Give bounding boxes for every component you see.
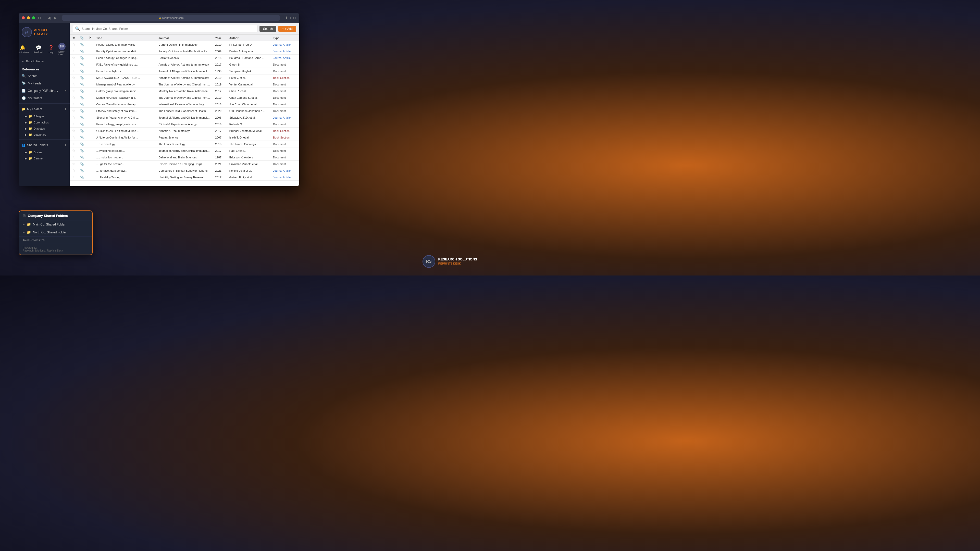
add-folder-btn[interactable]: + (64, 107, 67, 111)
star-cell[interactable]: ☆ (70, 148, 78, 154)
traffic-light-green[interactable] (32, 16, 35, 19)
sidebar-item-company-pdf[interactable]: 📄 Company PDF Library ▾ (19, 87, 70, 94)
table-row[interactable]: ☆ 📎 M316 ACQUIRED PEANUT SEN... Annals o… (70, 75, 299, 81)
star-cell[interactable]: ☆ (70, 134, 78, 141)
pdf-icon: 📄 (22, 89, 26, 93)
search-input-wrapper[interactable]: 🔍 (73, 25, 258, 32)
table-row[interactable]: ☆ 📎 Managing Cross-Reactivity in T... Th… (70, 94, 299, 101)
search-button[interactable]: Search (259, 26, 276, 32)
table-row[interactable]: ☆ 📎 ...ugs for the treatme... Expert Opi… (70, 161, 299, 167)
table-row[interactable]: ☆ 📎 Management of Peanut Allergy The Jou… (70, 81, 299, 88)
title-cell: Efficacy and safety of oral imm... (94, 108, 156, 114)
star-cell[interactable]: ☆ (70, 127, 78, 134)
my-folders-header[interactable]: 📁 My Folders + (19, 105, 70, 113)
table-row[interactable]: ☆ 📎 ...c induction proble... Behavioral … (70, 154, 299, 161)
shared-folders-header[interactable]: 👥 Shared Folders + (19, 141, 70, 149)
table-row[interactable]: ☆ 📎 Peanut allergy and anaphylaxis Curre… (70, 41, 299, 48)
star-cell[interactable]: ☆ (70, 94, 78, 101)
star-cell[interactable]: ☆ (70, 41, 78, 48)
star-cell[interactable]: ☆ (70, 121, 78, 127)
back-to-home-link[interactable]: ← Back to Home (19, 57, 70, 65)
table-row[interactable]: ☆ 📎 Peanut Allergy: Changes in Dog... Pe… (70, 55, 299, 61)
journal-cell: Computers in Human Behavior Reports (156, 167, 213, 174)
table-row[interactable]: ☆ 📎 A Note on Combining Ability for ... … (70, 134, 299, 141)
star-cell[interactable]: ☆ (70, 114, 78, 121)
popup-folder-north[interactable]: ▶ 📁 North Co. Shared Folder (19, 228, 92, 236)
new-tab-btn[interactable]: + (290, 16, 292, 20)
star-cell[interactable]: ☆ (70, 108, 78, 114)
title-cell: ...n in oncology (94, 141, 156, 148)
paperclip-icon: 📎 (80, 63, 84, 66)
sidebar-divider-2 (19, 139, 70, 140)
table-row[interactable]: ☆ 📎 Faculty Opinions recommendatio... Fa… (70, 48, 299, 55)
flag-cell (86, 41, 94, 48)
feedback-btn[interactable]: 💬 Feedback (33, 45, 44, 54)
star-cell[interactable]: ☆ (70, 167, 78, 174)
star-cell[interactable]: ☆ (70, 141, 78, 148)
star-cell[interactable]: ☆ (70, 154, 78, 161)
title-cell: M316 ACQUIRED PEANUT SEN... (94, 75, 156, 81)
user-menu-btn[interactable]: DU Demo User (59, 43, 65, 56)
type-cell: Document (271, 121, 299, 127)
forward-btn[interactable]: ▶ (53, 15, 58, 21)
sidebar-toggle-btn[interactable]: ⊟ (37, 15, 42, 21)
sidebar-folder-veterinary[interactable]: ▶ 📁 Veterinary (19, 132, 70, 138)
sidebar-folder-canine[interactable]: ▶ 📁 Canine (19, 156, 70, 162)
star-cell[interactable]: ☆ (70, 88, 78, 94)
table-row[interactable]: ☆ 📎 Galaxy group around giant radio... M… (70, 88, 299, 94)
table-row[interactable]: ☆ 📎 Silencing Peanut Allergy: A Chin... … (70, 114, 299, 121)
sidebar-folder-allergies[interactable]: ▶ 📁 Allergies (19, 113, 70, 119)
search-input[interactable] (82, 27, 255, 30)
sidebar-folder-bovine[interactable]: ▶ 📁 Bovine (19, 149, 70, 156)
add-button[interactable]: + + Add (278, 26, 296, 32)
company-shared-folders-popup: ⊞ Company Shared Folders ▶ 📁 Main Co. Sh… (19, 210, 92, 255)
author-cell: Chen R. et al. (228, 88, 271, 94)
table-row[interactable]: ☆ 📎 ...nterface, dark behavi... Computer… (70, 167, 299, 174)
table-row[interactable]: ☆ 📎 ...n in oncology The Lancet Oncology… (70, 141, 299, 148)
star-cell[interactable]: ☆ (70, 161, 78, 167)
sidebar-folder-coronavirus[interactable]: ▶ 📁 Coronavirus (19, 119, 70, 125)
help-btn[interactable]: ❓ Help (48, 45, 54, 54)
table-row[interactable]: ☆ 📎 Peanut allergy, anaphylaxis, adr... … (70, 121, 299, 127)
popup-total-records: Total Records: 26 (19, 236, 92, 244)
sidebar-item-my-orders[interactable]: 🕐 My Orders (19, 94, 70, 102)
table-row[interactable]: ☆ 📎 Current Trend in Immunotherap... Int… (70, 101, 299, 108)
table-row[interactable]: ☆ 📎 Efficacy and safety of oral imm... T… (70, 108, 299, 114)
type-cell: Document (271, 108, 299, 114)
back-btn[interactable]: ◀ (47, 15, 51, 21)
year-cell: 2017 (213, 148, 227, 154)
year-cell: 2010 (213, 41, 227, 48)
star-cell[interactable]: ☆ (70, 68, 78, 75)
star-cell[interactable]: ☆ (70, 75, 78, 81)
traffic-light-yellow[interactable] (27, 16, 30, 19)
add-shared-btn[interactable]: + (64, 143, 67, 148)
sidebar-item-search[interactable]: 🔍 Search (19, 72, 70, 79)
star-cell[interactable]: ☆ (70, 174, 78, 181)
star-cell[interactable]: ☆ (70, 81, 78, 88)
browser-window: ⊟ ◀ ▶ 🔒 reprintsdesk.com ⬆ + ⊡ ◎ ARTICLE… (19, 13, 299, 186)
table-row[interactable]: ☆ 📎 Peanut anaphylaxis Journal of Allerg… (70, 68, 299, 75)
star-cell[interactable]: ☆ (70, 48, 78, 55)
popup-footer: Powered by: Research Solutions / Reprint… (19, 244, 92, 254)
title-cell: Current Trend in Immunotherap... (94, 101, 156, 108)
table-row[interactable]: ☆ 📎 ...l Usability Testing Usability Tes… (70, 174, 299, 181)
sidebar-item-my-feeds[interactable]: 📡 My Feeds (19, 79, 70, 87)
star-cell[interactable]: ☆ (70, 101, 78, 108)
type-cell: Book Section (271, 75, 299, 81)
popup-folder-main[interactable]: ▶ 📁 Main Co. Shared Folder (19, 221, 92, 228)
star-cell[interactable]: ☆ (70, 55, 78, 61)
table-row[interactable]: ☆ 📎 ...gy testing correlate... Journal o… (70, 148, 299, 154)
traffic-light-red[interactable] (22, 16, 25, 19)
folder-icon: 📁 (27, 230, 31, 234)
table-row[interactable]: ☆ 📎 CRISPR/Cas9 Editing of Murine ... Ar… (70, 127, 299, 134)
attach-cell: 📎 (78, 148, 86, 154)
windows-btn[interactable]: ⊡ (293, 16, 296, 20)
folder-icon: 📁 (28, 121, 32, 124)
sidebar-folder-diabetes[interactable]: ▶ 📁 Diabetes (19, 125, 70, 132)
star-cell[interactable]: ☆ (70, 61, 78, 68)
notifications-btn[interactable]: 🔔 Notifications (19, 45, 29, 54)
share-btn[interactable]: ⬆ (285, 16, 288, 20)
flag-cell (86, 108, 94, 114)
journal-cell: The Journal of Allergy and Clinical Immu… (156, 81, 213, 88)
table-row[interactable]: ☆ 📎 P331 Risks of new guidelines to... A… (70, 61, 299, 68)
